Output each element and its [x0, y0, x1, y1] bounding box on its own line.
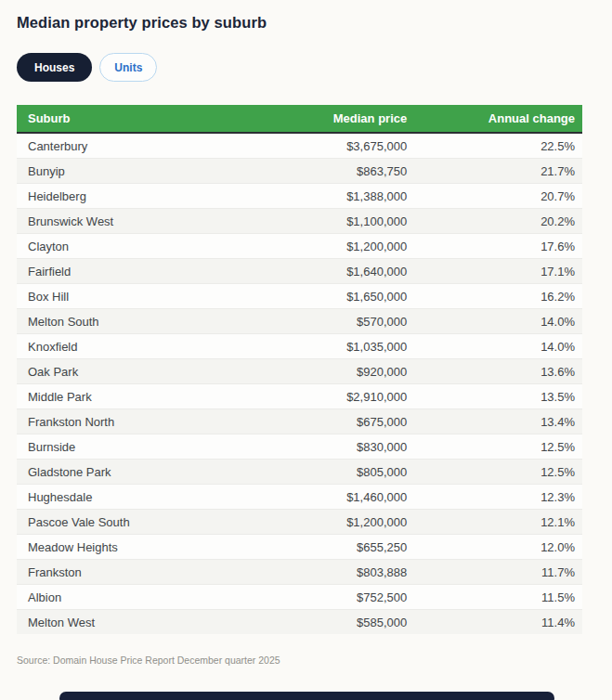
annual-change-cell: 14.0% — [407, 309, 582, 334]
suburb-cell: Frankston North — [17, 409, 266, 434]
source-note: Source: Domain House Price Report Decemb… — [17, 655, 612, 666]
table-row: Frankston $803,888 11.7% — [17, 560, 582, 585]
suburb-cell: Albion — [17, 585, 266, 610]
table-row: Meadow Heights $655,250 12.0% — [17, 535, 582, 560]
table-row: Brunswick West $1,100,000 20.2% — [17, 209, 582, 234]
suburb-cell: Burnside — [17, 434, 266, 460]
annual-change-cell: 12.1% — [407, 510, 582, 535]
median-price-cell: $920,000 — [266, 359, 407, 384]
suburb-cell: Canterbury — [17, 133, 266, 159]
suburb-cell: Melton South — [17, 309, 266, 334]
table-header-row: Suburb Median price Annual change — [17, 105, 582, 133]
median-price-cell: $570,000 — [266, 309, 407, 334]
suburb-cell: Clayton — [17, 234, 266, 259]
annual-change-cell: 21.7% — [407, 159, 582, 184]
annual-change-cell: 12.5% — [407, 434, 582, 460]
annual-change-cell: 12.0% — [407, 535, 582, 560]
table-row: Gladstone Park $805,000 12.5% — [17, 460, 582, 485]
annual-change-cell: 20.2% — [407, 209, 582, 234]
annual-change-cell: 17.6% — [407, 234, 582, 259]
column-header-annual-change: Annual change — [407, 105, 582, 133]
page-title: Median property prices by suburb — [0, 0, 612, 32]
annual-change-cell: 13.6% — [407, 359, 582, 384]
units-toggle-button[interactable]: Units — [99, 53, 157, 82]
annual-change-cell: 12.3% — [407, 485, 582, 510]
table-row: Heidelberg $1,388,000 20.7% — [17, 184, 582, 209]
annual-change-cell: 16.2% — [407, 284, 582, 309]
median-price-cell: $1,460,000 — [266, 485, 407, 510]
table-row: Hughesdale $1,460,000 12.3% — [17, 485, 582, 510]
suburb-cell: Brunswick West — [17, 209, 266, 234]
median-price-cell: $675,000 — [266, 409, 407, 434]
table-row: Frankston North $675,000 13.4% — [17, 409, 582, 434]
annual-change-cell: 11.4% — [407, 610, 582, 635]
annual-change-cell: 22.5% — [407, 133, 582, 159]
annual-change-cell: 13.4% — [407, 409, 582, 434]
suburb-cell: Melton West — [17, 610, 266, 635]
median-price-cell: $1,200,000 — [266, 510, 407, 535]
median-price-cell: $1,100,000 — [266, 209, 407, 234]
annual-change-cell: 17.1% — [407, 259, 582, 284]
annual-change-cell: 20.7% — [407, 184, 582, 209]
suburb-cell: Oak Park — [17, 359, 266, 384]
table-row: Pascoe Vale South $1,200,000 12.1% — [17, 510, 582, 535]
median-price-cell: $1,200,000 — [266, 234, 407, 259]
median-price-cell: $655,250 — [266, 535, 407, 560]
prices-table: Suburb Median price Annual change Canter… — [17, 105, 582, 634]
table-row: Melton West $585,000 11.4% — [17, 610, 582, 635]
suburb-cell: Bunyip — [17, 159, 266, 184]
suburb-cell: Gladstone Park — [17, 460, 266, 485]
property-prices-widget: Median property prices by suburb Houses … — [0, 0, 612, 700]
table-row: Oak Park $920,000 13.6% — [17, 359, 582, 384]
median-price-cell: $1,640,000 — [266, 259, 407, 284]
table-row: Canterbury $3,675,000 22.5% — [17, 133, 582, 159]
table-row: Clayton $1,200,000 17.6% — [17, 234, 582, 259]
suburb-cell: Heidelberg — [17, 184, 266, 209]
median-price-cell: $803,888 — [266, 560, 407, 585]
suburb-cell: Meadow Heights — [17, 535, 266, 560]
annual-change-cell: 13.5% — [407, 384, 582, 409]
bottom-partial-bar — [59, 692, 554, 700]
table-row: Bunyip $863,750 21.7% — [17, 159, 582, 184]
median-price-cell: $805,000 — [266, 460, 407, 485]
table-row: Albion $752,500 11.5% — [17, 585, 582, 610]
column-header-median-price: Median price — [266, 105, 407, 133]
table-row: Knoxfield $1,035,000 14.0% — [17, 334, 582, 359]
suburb-cell: Fairfield — [17, 259, 266, 284]
median-price-cell: $863,750 — [266, 159, 407, 184]
table-body: Canterbury $3,675,000 22.5% Bunyip $863,… — [17, 133, 582, 634]
table-row: Fairfield $1,640,000 17.1% — [17, 259, 582, 284]
table-row: Middle Park $2,910,000 13.5% — [17, 384, 582, 409]
table-row: Box Hill $1,650,000 16.2% — [17, 284, 582, 309]
houses-toggle-button[interactable]: Houses — [17, 53, 92, 82]
median-price-cell: $1,650,000 — [266, 284, 407, 309]
annual-change-cell: 11.5% — [407, 585, 582, 610]
suburb-cell: Hughesdale — [17, 485, 266, 510]
suburb-cell: Knoxfield — [17, 334, 266, 359]
suburb-cell: Middle Park — [17, 384, 266, 409]
annual-change-cell: 11.7% — [407, 560, 582, 585]
median-price-cell: $2,910,000 — [266, 384, 407, 409]
suburb-cell: Box Hill — [17, 284, 266, 309]
column-header-suburb: Suburb — [17, 105, 266, 133]
table-header: Suburb Median price Annual change — [17, 105, 582, 133]
median-price-cell: $3,675,000 — [266, 133, 407, 159]
median-price-cell: $585,000 — [266, 610, 407, 635]
median-price-cell: $830,000 — [266, 434, 407, 460]
suburb-cell: Frankston — [17, 560, 266, 585]
property-type-toggle: Houses Units — [17, 53, 612, 82]
median-price-cell: $1,035,000 — [266, 334, 407, 359]
suburb-cell: Pascoe Vale South — [17, 510, 266, 535]
annual-change-cell: 12.5% — [407, 460, 582, 485]
median-price-cell: $752,500 — [266, 585, 407, 610]
table-row: Burnside $830,000 12.5% — [17, 434, 582, 460]
median-price-cell: $1,388,000 — [266, 184, 407, 209]
table-row: Melton South $570,000 14.0% — [17, 309, 582, 334]
annual-change-cell: 14.0% — [407, 334, 582, 359]
